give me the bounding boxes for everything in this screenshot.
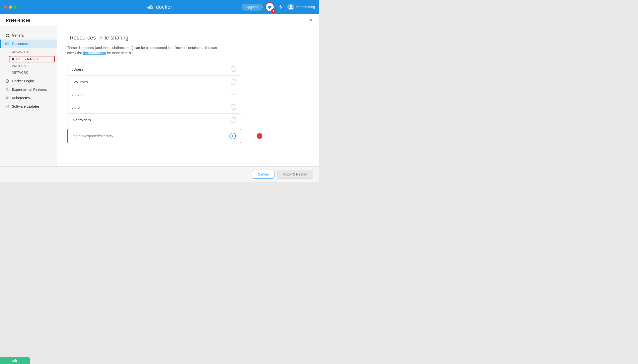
window-header: Preferences ✕ (0, 14, 319, 26)
cancel-button[interactable]: Cancel (252, 170, 274, 178)
svg-rect-2 (149, 8, 150, 8)
docker-title: docker (156, 4, 172, 10)
sidebar-label-experimental: Experimental Features (12, 88, 47, 92)
section-subtitle-text: File sharing (100, 34, 128, 41)
general-icon (5, 33, 10, 38)
sidebar: General Resources ADVANCED 2 FILE SHARIN… (0, 26, 57, 166)
dir-path-tmp: /tmp (72, 105, 80, 110)
notifications-button[interactable] (277, 3, 285, 11)
active-dot-icon (12, 58, 14, 60)
content-area: General Resources ADVANCED 2 FILE SHARIN… (0, 26, 319, 166)
main-content: Resources File sharing These directories… (57, 26, 319, 166)
svg-rect-9 (8, 34, 9, 35)
add-directory-input[interactable] (73, 134, 229, 138)
sidebar-subitem-network[interactable]: NETWORK (0, 69, 57, 76)
dir-path-volumes: /Volumes (72, 80, 88, 84)
add-dir-row-wrapper: + 3 (67, 129, 256, 143)
dir-path-users: /Users (72, 67, 83, 71)
footer: Cancel Apply & Restart (0, 166, 319, 182)
svg-rect-6 (152, 6, 153, 8)
minimize-traffic-light[interactable] (9, 6, 12, 9)
sidebar-item-resources[interactable]: Resources (0, 40, 57, 48)
dir-item-private: /private − (68, 88, 241, 101)
window-title: Preferences (6, 18, 30, 23)
titlebar-center: docker (147, 4, 172, 10)
dir-item-tmp: /tmp − (68, 101, 241, 114)
section-title-text: Resources (70, 34, 96, 41)
docker-engine-icon (5, 79, 10, 83)
sidebar-item-software-updates[interactable]: Software Updates (0, 102, 57, 111)
experimental-icon (5, 87, 10, 92)
advanced-label: ADVANCED (12, 50, 29, 54)
resources-sub-menu: ADVANCED 2 FILE SHARING PROXIES NETWORK (0, 48, 57, 77)
svg-rect-3 (150, 6, 152, 6)
file-sharing-label: FILE SHARING (16, 58, 38, 61)
maximize-traffic-light[interactable] (14, 6, 17, 9)
docker-logo: docker (147, 4, 172, 10)
user-menu-button[interactable]: chanmufeng (287, 4, 315, 10)
svg-rect-8 (6, 34, 7, 35)
sidebar-label-resources: Resources (12, 42, 29, 46)
dir-remove-private-button[interactable]: − (231, 92, 236, 97)
svg-point-13 (6, 44, 7, 44)
dir-remove-volumes-button[interactable]: − (231, 79, 236, 84)
dir-remove-tmp-button[interactable]: − (231, 104, 236, 110)
upgrade-button[interactable]: Upgrade (242, 4, 262, 10)
software-updates-icon (5, 104, 10, 109)
dir-path-var-folders: /var/folders (72, 118, 91, 122)
sidebar-item-experimental[interactable]: Experimental Features (0, 85, 57, 94)
documentation-link[interactable]: documentation (83, 51, 106, 55)
settings-button[interactable]: 1 (265, 2, 274, 12)
svg-rect-10 (6, 36, 7, 37)
content-section-title: Resources File sharing (67, 34, 309, 41)
user-icon (289, 5, 293, 9)
sidebar-label-kubernetes: Kubernetes (12, 96, 30, 100)
add-directory-button[interactable]: + (229, 133, 236, 139)
traffic-lights (4, 6, 17, 9)
network-label: NETWORK (12, 71, 28, 74)
kubernetes-icon (5, 96, 10, 100)
svg-rect-4 (150, 6, 152, 8)
svg-rect-1 (149, 6, 150, 7)
titlebar: docker Upgrade 1 chanmufeng (0, 0, 319, 14)
sidebar-label-software-updates: Software Updates (12, 104, 40, 108)
titlebar-right: Upgrade 1 chanmufeng (242, 2, 315, 12)
dir-remove-users-button[interactable]: − (231, 66, 236, 72)
section-description: These directories (and their subdirector… (67, 45, 221, 56)
sidebar-item-general[interactable]: General (0, 31, 57, 40)
sidebar-label-docker-engine: Docker Engine (12, 79, 35, 83)
proxies-label: PROXIES (12, 64, 26, 68)
apply-restart-button[interactable]: Apply & Restart (277, 170, 313, 178)
preferences-window: Preferences ✕ General Resources ADVANCE (0, 14, 319, 182)
gear-icon (267, 4, 272, 10)
sidebar-item-docker-engine[interactable]: Docker Engine (0, 77, 57, 85)
dir-item-users: /Users − (68, 63, 241, 76)
username-label: chanmufeng (296, 5, 315, 9)
svg-rect-11 (8, 36, 9, 37)
add-directory-row: + (67, 129, 241, 143)
lightning-icon (278, 4, 284, 10)
sidebar-label-general: General (12, 33, 24, 37)
titlebar-left (4, 6, 19, 9)
dir-item-volumes: /Volumes − (68, 76, 241, 88)
dir-remove-var-folders-button[interactable]: − (231, 117, 236, 122)
description-text-after: for more details. (107, 51, 132, 55)
sidebar-item-kubernetes[interactable]: Kubernetes (0, 94, 57, 102)
svg-rect-0 (147, 7, 149, 8)
user-avatar (287, 4, 294, 10)
annotation-badge-3: 3 (257, 133, 262, 139)
sidebar-subitem-advanced[interactable]: ADVANCED (0, 49, 57, 56)
window-close-button[interactable]: ✕ (309, 18, 313, 23)
close-traffic-light[interactable] (4, 6, 7, 9)
resources-icon (5, 42, 10, 46)
dir-path-private: /private (72, 92, 85, 97)
sidebar-subitem-file-sharing[interactable]: FILE SHARING (9, 56, 55, 62)
sidebar-subitem-proxies[interactable]: PROXIES (0, 63, 57, 69)
directory-list: /Users − /Volumes − /private − /tmp − /v… (67, 63, 241, 126)
gear-badge: 1 (271, 8, 276, 13)
docker-whale-icon (147, 4, 155, 10)
dir-item-var-folders: /var/folders − (68, 114, 241, 126)
